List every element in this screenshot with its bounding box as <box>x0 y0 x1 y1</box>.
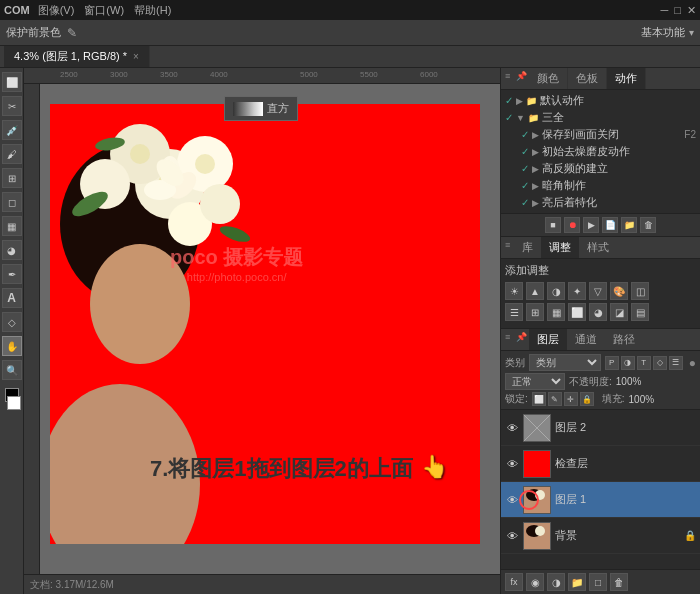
tab-swatches[interactable]: 色板 <box>568 68 607 89</box>
blend-mode-select[interactable]: 正常 <box>505 373 565 390</box>
delete-action-btn[interactable]: 🗑 <box>640 217 656 233</box>
zoom-tool[interactable]: 🔍 <box>2 360 22 380</box>
adj-invert[interactable]: ⬜ <box>568 303 586 321</box>
adj-vibrance[interactable]: ▽ <box>589 282 607 300</box>
adj-channel[interactable]: ▦ <box>547 303 565 321</box>
menu-window[interactable]: 窗口(W) <box>84 3 124 18</box>
action-default-group[interactable]: ✓ ▶ 📁 默认动作 <box>501 92 700 109</box>
tab-pin-icon[interactable]: 📌 <box>514 68 529 89</box>
layer-new-btn[interactable]: □ <box>589 573 607 591</box>
play-btn[interactable]: ▶ <box>583 217 599 233</box>
layer-name-bg: 背景 <box>555 528 680 543</box>
layer-visibility-bg[interactable]: 👁 <box>505 529 519 543</box>
tab-channels[interactable]: 通道 <box>567 329 605 350</box>
action-highfreq-item[interactable]: ✓ ▶ 高反频的建立 <box>501 160 700 177</box>
adj-gradmap[interactable]: ▤ <box>631 303 649 321</box>
filter-icon-pixel[interactable]: P <box>605 356 619 370</box>
filter-type-select[interactable]: 类别 <box>529 354 601 371</box>
adj-exposure[interactable]: ✦ <box>568 282 586 300</box>
stop-btn[interactable]: ■ <box>545 217 561 233</box>
tab-colors[interactable]: 颜色 <box>529 68 568 89</box>
menu-image[interactable]: 图像(V) <box>38 3 75 18</box>
crop-tool[interactable]: ✂ <box>2 96 22 116</box>
eyedropper-tool[interactable]: 💉 <box>2 120 22 140</box>
layer-group-btn[interactable]: 📁 <box>568 573 586 591</box>
brush-tool[interactable]: 🖌 <box>2 144 22 164</box>
adj-photo[interactable]: ⊞ <box>526 303 544 321</box>
layers-pin-icon[interactable]: 📌 <box>514 329 529 350</box>
adj-posterize[interactable]: ◕ <box>589 303 607 321</box>
filter-icon-shape[interactable]: ◇ <box>653 356 667 370</box>
layer-mask-btn[interactable]: ◉ <box>526 573 544 591</box>
adj-curves[interactable]: ◑ <box>547 282 565 300</box>
gradient-tool[interactable]: ▦ <box>2 216 22 236</box>
lock-all-btn[interactable]: 🔒 <box>580 392 594 406</box>
tab-actions[interactable]: 动作 <box>607 68 646 89</box>
panels-mid: ≡ 库 调整 样式 添加调整 ☀ ▲ ◑ ✦ ▽ 🎨 ◫ ☰ ⊞ <box>501 237 700 329</box>
dodge-tool[interactable]: ◕ <box>2 240 22 260</box>
layer-delete-btn[interactable]: 🗑 <box>610 573 628 591</box>
close-btn[interactable]: ✕ <box>687 4 696 17</box>
action-sanquan-group[interactable]: ✓ ▼ 📁 三全 <box>501 109 700 126</box>
opacity-value[interactable]: 100% <box>616 376 642 387</box>
path-tool[interactable]: ◇ <box>2 312 22 332</box>
tab-layers[interactable]: 图层 <box>529 329 567 350</box>
menu-help[interactable]: 帮助(H) <box>134 3 171 18</box>
lock-transparent-btn[interactable]: ⬜ <box>532 392 546 406</box>
adj-threshold[interactable]: ◪ <box>610 303 628 321</box>
filter-icon-adjust[interactable]: ◑ <box>621 356 635 370</box>
record-btn[interactable]: ⏺ <box>564 217 580 233</box>
tab-close-btn[interactable]: × <box>133 51 139 62</box>
menu-bar[interactable]: 图像(V) 窗口(W) 帮助(H) <box>38 3 172 18</box>
left-toolbar: ⬜ ✂ 💉 🖌 ⊞ ◻ ▦ ◕ ✒ A ◇ ✋ 🔍 <box>0 68 24 594</box>
minimize-btn[interactable]: ─ <box>661 4 669 17</box>
adj-levels[interactable]: ▲ <box>526 282 544 300</box>
hand-tool[interactable]: ✋ <box>2 336 22 356</box>
lock-position-btn[interactable]: ✛ <box>564 392 578 406</box>
action-darkvignette-item[interactable]: ✓ ▶ 暗角制作 <box>501 177 700 194</box>
layer-item-check[interactable]: 👁 检查层 <box>501 446 700 482</box>
action-bright-item[interactable]: ✓ ▶ 亮后着特化 <box>501 194 700 211</box>
fill-label: 填充: <box>602 392 625 406</box>
layer-visibility-check[interactable]: 👁 <box>505 457 519 471</box>
lock-image-btn[interactable]: ✎ <box>548 392 562 406</box>
layer-item-layer2[interactable]: 👁 图层 2 <box>501 410 700 446</box>
maximize-btn[interactable]: □ <box>674 4 681 17</box>
selection-tool[interactable]: ⬜ <box>2 72 22 92</box>
pen-tool[interactable]: ✒ <box>2 264 22 284</box>
layer-visibility-layer1[interactable]: 👁 <box>505 493 519 507</box>
stamp-tool[interactable]: ⊞ <box>2 168 22 188</box>
action-init-item[interactable]: ✓ ▶ 初始去燥磨皮动作 <box>501 143 700 160</box>
eraser-tool[interactable]: ◻ <box>2 192 22 212</box>
layer-visibility-layer2[interactable]: 👁 <box>505 421 519 435</box>
adj-colorbalance[interactable]: ◫ <box>631 282 649 300</box>
new-action-btn[interactable]: 📄 <box>602 217 618 233</box>
layer-item-bg[interactable]: 👁 背景 🔒 <box>501 518 700 554</box>
filter-toggle[interactable]: ● <box>689 356 696 370</box>
tab-collapse-icon[interactable]: ≡ <box>501 68 514 89</box>
adj-brightness[interactable]: ☀ <box>505 282 523 300</box>
new-set-btn[interactable]: 📁 <box>621 217 637 233</box>
tab-paths[interactable]: 路径 <box>605 329 643 350</box>
layers-collapse-icon[interactable]: ≡ <box>501 329 514 350</box>
adj-bw[interactable]: ☰ <box>505 303 523 321</box>
protect-foreground-label: 保护前景色 <box>6 25 61 40</box>
document-tab[interactable]: 4.3% (图层 1, RGB/8) * × <box>4 46 150 67</box>
edit-icon[interactable]: ✎ <box>67 26 77 40</box>
workspace-selector[interactable]: 基本功能 ▾ <box>641 25 694 40</box>
background-color[interactable] <box>7 396 21 410</box>
tab-adjustments[interactable]: 调整 <box>541 237 579 258</box>
text-tool[interactable]: A <box>2 288 22 308</box>
fill-value[interactable]: 100% <box>629 394 655 405</box>
layer-fx-btn[interactable]: fx <box>505 573 523 591</box>
layer-item-layer1[interactable]: 👁 图层 1 <box>501 482 700 518</box>
adj-hue[interactable]: 🎨 <box>610 282 628 300</box>
filter-icon-type[interactable]: T <box>637 356 651 370</box>
workspace-dropdown-icon[interactable]: ▾ <box>689 27 694 38</box>
tab-library[interactable]: 库 <box>514 237 541 258</box>
layer-adjustment-btn[interactable]: ◑ <box>547 573 565 591</box>
action-save-item[interactable]: ✓ ▶ 保存到画面关闭 F2 <box>501 126 700 143</box>
mid-collapse-icon[interactable]: ≡ <box>501 237 514 258</box>
filter-icon-smart[interactable]: ☰ <box>669 356 683 370</box>
tab-styles[interactable]: 样式 <box>579 237 617 258</box>
